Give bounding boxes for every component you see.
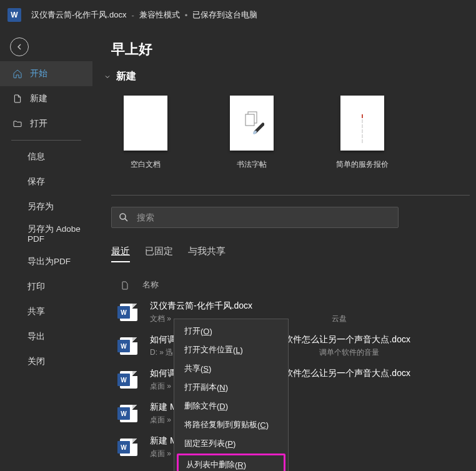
title-bar: W 汉仪青云简-化作千风.docx - 兼容性模式 • 已保存到这台电脑 <box>0 0 476 30</box>
file-row[interactable]: W 新建 M 桌面 » <box>111 430 470 464</box>
greeting-text: 早上好 <box>111 40 470 59</box>
sidebar-item-saveas[interactable]: 另存为 <box>0 194 92 219</box>
sidebar-item-open[interactable]: 打开 <box>0 111 92 136</box>
menu-share[interactable]: 共享(S) <box>174 359 288 378</box>
file-row[interactable]: W 新建 M 桌面 » <box>111 397 470 430</box>
template-label: 简单的服务报价 <box>336 159 389 170</box>
nav-divider <box>11 140 81 141</box>
templates-row: 空白文档 书法字帖 简单的服务报价 <box>124 96 470 170</box>
chevron-down-icon <box>101 73 114 81</box>
new-section-header[interactable]: 新建 <box>101 70 470 83</box>
template-invoice[interactable]: 简单的服务报价 <box>336 96 389 170</box>
doc-header-icon <box>120 280 130 290</box>
divider <box>111 195 470 196</box>
file-tabs: 最近 已固定 与我共享 <box>111 245 470 262</box>
sidebar: 开始 新建 打开 信息 保存 另存为 另存为 Adobe PDF 导出为PDF … <box>0 30 92 471</box>
sidebar-label: 新建 <box>30 93 47 104</box>
list-header-name: 名称 <box>142 280 159 290</box>
sidebar-item-export-pdf[interactable]: 导出为PDF <box>0 249 92 274</box>
save-status: 已保存到这台电脑 <box>192 9 257 21</box>
menu-remove-from-list[interactable]: 从列表中删除(R) <box>179 455 284 471</box>
word-app-icon: W <box>7 8 21 22</box>
menu-delete-file[interactable]: 删除文件(D) <box>174 397 288 415</box>
word-doc-icon: W <box>120 405 137 422</box>
sidebar-item-print[interactable]: 打印 <box>0 274 92 299</box>
search-icon <box>118 212 129 223</box>
context-menu: 打开(O) 打开文件位置(L) 共享(S) 打开副本(N) 删除文件(D) 将路… <box>174 319 289 471</box>
sidebar-item-home[interactable]: 开始 <box>0 61 92 86</box>
tab-pinned[interactable]: 已固定 <box>145 245 173 262</box>
menu-open-location[interactable]: 打开文件位置(L) <box>174 340 288 359</box>
sidebar-item-close[interactable]: 关闭 <box>0 349 92 374</box>
file-row[interactable]: W 如何调 个软件怎么让另一个声音大点.docx D: » 迅 调单个软件的音量 <box>111 329 470 363</box>
dot-separator: • <box>185 11 188 20</box>
template-thumbnail-calligraphy <box>230 96 274 151</box>
template-blank[interactable]: 空白文档 <box>124 96 167 170</box>
menu-copy-path[interactable]: 将路径复制到剪贴板(C) <box>174 415 288 434</box>
open-folder-icon <box>12 119 22 129</box>
svg-rect-1 <box>245 114 254 126</box>
sidebar-label: 打开 <box>30 118 47 129</box>
list-header: 名称 <box>111 275 470 295</box>
file-row[interactable]: W 汉仪青云简-化作千风.docx 文档 » 云盘 <box>111 295 470 329</box>
highlight-box: 从列表中删除(R) <box>177 454 285 471</box>
template-thumbnail-invoice <box>340 96 384 151</box>
template-label: 空白文档 <box>131 159 161 170</box>
sidebar-item-save[interactable]: 保存 <box>0 169 92 194</box>
sidebar-label: 开始 <box>30 68 47 79</box>
search-box[interactable] <box>111 207 399 228</box>
menu-open[interactable]: 打开(O) <box>174 322 288 340</box>
sidebar-item-new[interactable]: 新建 <box>0 86 92 111</box>
sidebar-item-share[interactable]: 共享 <box>0 299 92 324</box>
tab-shared[interactable]: 与我共享 <box>188 245 226 262</box>
menu-open-copy[interactable]: 打开副本(N) <box>174 378 288 397</box>
word-doc-icon: W <box>120 337 137 355</box>
menu-pin-to-list[interactable]: 固定至列表(P) <box>174 434 288 453</box>
word-doc-icon: W <box>120 439 137 456</box>
new-section-label: 新建 <box>116 70 136 83</box>
title-separator: - <box>131 11 134 20</box>
template-calligraphy[interactable]: 书法字帖 <box>230 96 274 170</box>
file-row[interactable]: W 如何调 个软件怎么让另一个声音大点.docx 桌面 » <box>111 363 470 397</box>
home-icon <box>12 69 22 79</box>
sidebar-item-info[interactable]: 信息 <box>0 144 92 169</box>
search-input[interactable] <box>137 212 392 222</box>
document-title: 汉仪青云简-化作千风.docx <box>31 9 126 21</box>
new-doc-icon <box>12 94 22 104</box>
template-thumbnail-blank <box>124 96 167 151</box>
svg-point-2 <box>120 214 126 219</box>
word-doc-icon: W <box>120 304 137 321</box>
word-doc-icon: W <box>120 371 137 389</box>
back-button[interactable] <box>10 37 29 56</box>
tab-recent[interactable]: 最近 <box>111 245 130 262</box>
sidebar-item-export[interactable]: 导出 <box>0 324 92 349</box>
file-name: 汉仪青云简-化作千风.docx <box>150 300 347 312</box>
sidebar-item-saveas-pdf[interactable]: 另存为 Adobe PDF <box>0 219 92 249</box>
template-label: 书法字帖 <box>237 159 267 170</box>
compatibility-mode: 兼容性模式 <box>139 9 180 21</box>
